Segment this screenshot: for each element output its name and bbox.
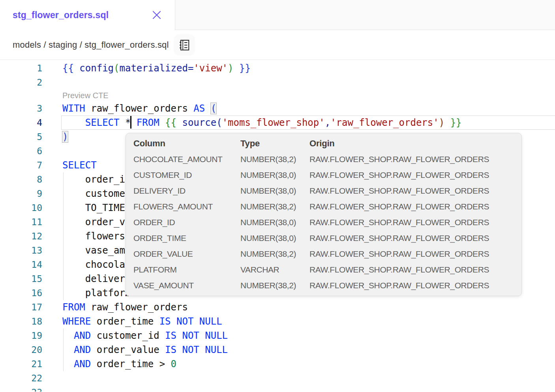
- line-number: 1: [0, 61, 42, 75]
- line-number: 7: [0, 158, 42, 172]
- indent-guide: [63, 172, 64, 300]
- code-text: ): [62, 130, 68, 144]
- code-token: order_i: [62, 174, 125, 185]
- code-token: 0: [171, 358, 176, 370]
- code-text: AND customer_id IS NOT NULL: [62, 329, 228, 343]
- line-number: 12: [0, 229, 42, 243]
- code-token: (: [114, 63, 119, 74]
- table-cell: NUMBER(38,2): [240, 249, 309, 259]
- code-token: IS NOT NULL: [165, 330, 228, 341]
- code-line[interactable]: 19 AND customer_id IS NOT NULL: [0, 329, 555, 343]
- table-cell: ORDER_VALUE: [133, 249, 240, 259]
- line-number: 16: [0, 286, 42, 300]
- code-text: AND order_value IS NOT NULL: [62, 343, 228, 357]
- notebook-icon-button[interactable]: [174, 34, 195, 56]
- code-text: vase_am: [62, 243, 125, 258]
- table-row: VASE_AMOUNTNUMBER(38,2)RAW.FLOWER_SHOP.R…: [133, 278, 521, 293]
- tab-stg-flower-orders[interactable]: stg_flower_orders.sql: [0, 0, 175, 30]
- code-line[interactable]: 20 AND order_value IS NOT NULL: [0, 343, 555, 357]
- line-number: 15: [0, 272, 42, 286]
- line-number: 23: [0, 385, 42, 392]
- column-info-popup: ColumnTypeOriginCHOCOLATE_AMOUNTNUMBER(3…: [126, 133, 522, 296]
- table-row: ORDER_IDNUMBER(38,0)RAW.FLOWER_SHOP.RAW_…: [133, 215, 521, 230]
- line-number: 19: [0, 329, 42, 343]
- tab-bar-empty-area: [175, 0, 555, 30]
- line-number: 14: [0, 258, 42, 272]
- code-token: FROM: [137, 117, 159, 128]
- line-number: 5: [0, 130, 42, 144]
- table-cell: NUMBER(38,2): [240, 155, 309, 164]
- code-text: WITH raw_flower_orders AS (: [62, 101, 216, 116]
- code-token: SELECT: [85, 117, 120, 128]
- code-line[interactable]: 2: [0, 75, 555, 90]
- code-text: SELECT * FROM {{ source('moms_flower_sho…: [62, 116, 462, 130]
- code-token: AND: [74, 344, 91, 355]
- table-header-cell: Type: [240, 138, 309, 149]
- code-token: AND: [74, 330, 91, 341]
- line-number: 21: [0, 357, 42, 371]
- table-cell: RAW.FLOWER_SHOP.RAW_FLOWER_ORDERS: [309, 249, 521, 259]
- code-token: ): [62, 131, 68, 142]
- line-number: 11: [0, 215, 42, 229]
- code-line[interactable]: 17FROM raw_flower_orders: [0, 300, 555, 314]
- code-line[interactable]: 21 AND order_time > 0: [0, 357, 555, 371]
- code-line[interactable]: 18WHERE order_time IS NOT NULL: [0, 314, 555, 329]
- line-number: 20: [0, 343, 42, 357]
- table-cell: NUMBER(38,2): [240, 281, 309, 290]
- code-token: source: [182, 117, 216, 128]
- code-text: WHERE order_time IS NOT NULL: [62, 314, 222, 329]
- code-line[interactable]: 22: [0, 371, 555, 385]
- code-line[interactable]: 4 SELECT * FROM {{ source('moms_flower_s…: [0, 116, 555, 130]
- code-text: AND order_time > 0: [62, 357, 176, 371]
- code-text: {{ config(materialized='view') }}: [62, 61, 251, 75]
- table-row: CHOCOLATE_AMOUNTNUMBER(38,2)RAW.FLOWER_S…: [133, 151, 521, 167]
- table-row: ORDER_VALUENUMBER(38,2)RAW.FLOWER_SHOP.R…: [133, 246, 521, 262]
- code-text: flowers: [62, 229, 125, 243]
- code-text: platfor…: [62, 286, 131, 300]
- code-token: flowers: [62, 231, 125, 242]
- line-number: 3: [0, 101, 42, 116]
- table-cell: VARCHAR: [240, 265, 309, 274]
- code-token: raw_flower_orders: [85, 103, 194, 114]
- code-token: [205, 103, 210, 114]
- code-token: WHERE: [62, 316, 91, 327]
- code-token: materialized=: [120, 63, 194, 74]
- code-line[interactable]: 3WITH raw_flower_orders AS (: [0, 101, 555, 116]
- codelens-preview-cte[interactable]: Preview CTE: [0, 90, 555, 101]
- table-cell: VASE_AMOUNT: [133, 281, 240, 290]
- close-icon[interactable]: [152, 10, 162, 20]
- code-text: chocola: [62, 258, 125, 272]
- code-token: [62, 117, 85, 128]
- code-token: [120, 117, 125, 128]
- code-text: deliver: [62, 272, 125, 286]
- code-editor[interactable]: 1{{ config(materialized='view') }}2Previ…: [0, 60, 555, 392]
- code-token: customer_id: [91, 330, 165, 341]
- code-token: AS: [193, 103, 205, 114]
- code-token: 'moms_flower_shop': [222, 117, 325, 128]
- code-token: order_time: [91, 358, 159, 370]
- table-cell: RAW.FLOWER_SHOP.RAW_FLOWER_ORDERS: [309, 186, 521, 196]
- table-cell: ORDER_TIME: [133, 233, 240, 243]
- table-cell: NUMBER(38,0): [240, 186, 309, 196]
- table-cell: ORDER_ID: [133, 218, 240, 227]
- code-line[interactable]: 1{{ config(materialized='view') }}: [0, 61, 555, 75]
- line-number: 17: [0, 300, 42, 314]
- code-line[interactable]: 23: [0, 385, 555, 392]
- breadcrumb: models / staging / stg_flower_orders.sql: [13, 40, 169, 50]
- code-token: *: [125, 117, 131, 128]
- code-token: }}: [239, 63, 251, 74]
- table-header-cell: Origin: [309, 138, 521, 149]
- code-token: [176, 117, 182, 128]
- line-number: 18: [0, 314, 42, 329]
- table-row: DELIVERY_IDNUMBER(38,0)RAW.FLOWER_SHOP.R…: [133, 183, 521, 199]
- table-cell: RAW.FLOWER_SHOP.RAW_FLOWER_ORDERS: [309, 202, 521, 211]
- table-cell: DELIVERY_ID: [133, 186, 240, 196]
- code-token: WITH: [62, 103, 85, 114]
- code-token: [234, 63, 239, 74]
- table-cell: NUMBER(38,2): [240, 202, 309, 211]
- code-token: IS NOT NULL: [159, 316, 222, 327]
- table-cell: FLOWERS_AMOUNT: [133, 202, 240, 211]
- tab-bar: stg_flower_orders.sql: [0, 0, 555, 30]
- code-token: >: [159, 358, 171, 370]
- indent-guide: [63, 329, 64, 371]
